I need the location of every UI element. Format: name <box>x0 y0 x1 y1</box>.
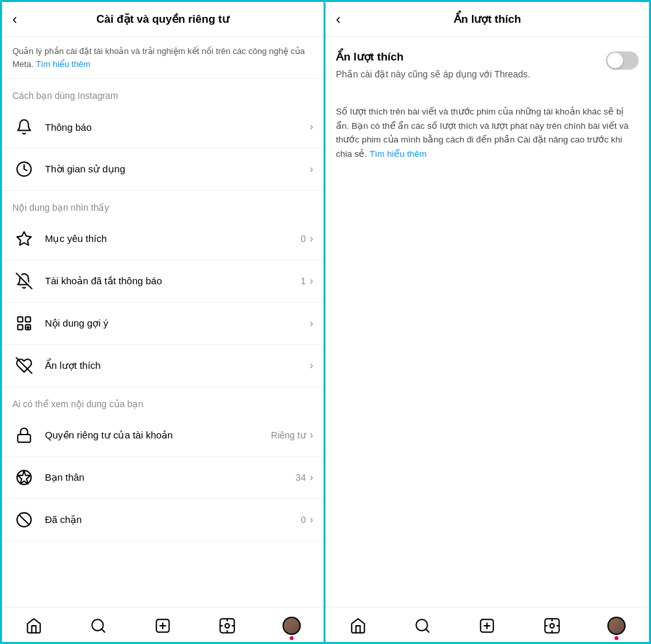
menu-text-suggested: Nội dung gợi ý <box>45 317 310 329</box>
block-icon <box>12 508 36 531</box>
svg-rect-4 <box>25 317 31 322</box>
menu-text-hide-likes: Ẩn lượt thích <box>45 360 310 371</box>
menu-sub-privacy: Riêng tư <box>271 430 305 440</box>
svg-line-16 <box>102 629 105 632</box>
chevron-favorites: › <box>310 233 313 245</box>
toggle-texts: Ẩn lượt thích Phần cài đặt này cũng sẽ á… <box>336 50 598 92</box>
left-bottom-nav <box>2 607 324 644</box>
svg-line-2 <box>16 273 32 289</box>
avatar-left <box>283 617 301 635</box>
heart-off-icon <box>12 354 36 377</box>
right-header: ‹ Ẩn lượt thích <box>326 2 649 37</box>
menu-item-favorites[interactable]: Mục yêu thích 0 › <box>2 218 324 260</box>
badge-close-friends: 34 <box>296 472 306 483</box>
menu-item-close-friends[interactable]: Bạn thân 34 › <box>2 457 324 499</box>
nav-profile-right[interactable] <box>602 613 631 639</box>
bell-off-icon <box>12 269 36 293</box>
menu-text-screen-time: Thời gian sử dụng <box>45 163 310 175</box>
svg-point-32 <box>550 623 555 628</box>
chevron-muted: › <box>310 275 313 287</box>
svg-rect-3 <box>18 317 23 322</box>
suggested-icon <box>12 312 36 335</box>
nav-home-right[interactable] <box>344 613 372 639</box>
chevron-suggested: › <box>310 317 313 329</box>
menu-item-screen-time[interactable]: Thời gian sử dụng › <box>2 148 324 191</box>
avatar-right <box>607 617 626 635</box>
svg-line-27 <box>426 629 429 632</box>
svg-line-14 <box>19 515 29 524</box>
close-friends-icon <box>12 466 36 489</box>
nav-profile-left[interactable] <box>277 613 306 639</box>
profile-dot-left <box>290 636 294 640</box>
menu-item-muted[interactable]: Tài khoản đã tắt thông báo 1 › <box>2 260 324 302</box>
top-description-link[interactable]: Tìm hiểu thêm <box>36 59 90 69</box>
nav-add-right[interactable] <box>473 613 501 639</box>
chevron-screen-time: › <box>310 163 313 175</box>
badge-blocked: 0 <box>301 515 306 525</box>
hide-likes-subtitle: Phần cài đặt này cũng sẽ áp dụng với Thr… <box>336 68 598 81</box>
clock-icon <box>12 157 36 181</box>
nav-reels-left[interactable] <box>213 613 242 639</box>
nav-home-left[interactable] <box>20 613 48 639</box>
menu-text-muted: Tài khoản đã tắt thông báo <box>45 275 301 287</box>
svg-point-21 <box>225 623 230 628</box>
nav-reels-right[interactable] <box>538 613 566 639</box>
hide-likes-toggle[interactable] <box>606 51 639 70</box>
lock-icon <box>12 423 36 447</box>
menu-item-notification[interactable]: Thông báo › <box>2 106 324 148</box>
menu-text-close-friends: Bạn thân <box>45 472 296 483</box>
nav-search-left[interactable] <box>84 613 113 639</box>
svg-marker-1 <box>17 232 31 245</box>
badge-muted: 1 <box>301 276 306 286</box>
right-back-button[interactable]: ‹ <box>336 11 340 28</box>
right-content: Ẩn lượt thích Phần cài đặt này cũng sẽ á… <box>326 37 649 607</box>
chevron-hide-likes: › <box>310 360 313 371</box>
svg-rect-5 <box>18 325 23 330</box>
menu-item-hide-likes[interactable]: Ẩn lượt thích › <box>2 345 324 387</box>
svg-rect-10 <box>18 435 31 442</box>
section-label-content: Nội dung bạn nhìn thấy <box>2 191 324 218</box>
left-content: Quản lý phần cài đặt tài khoản và trải n… <box>2 37 324 607</box>
section-label-usage: Cách bạn dùng Instagram <box>2 79 324 106</box>
menu-text-notification: Thông báo <box>45 122 310 133</box>
nav-search-right[interactable] <box>408 613 437 639</box>
hide-likes-title: Ẩn lượt thích <box>336 50 598 64</box>
menu-text-privacy: Quyền riêng tư của tài khoản <box>45 429 271 441</box>
top-description: Quản lý phần cài đặt tài khoản và trải n… <box>2 37 324 79</box>
badge-favorites: 0 <box>301 234 306 244</box>
section-label-who-can-see: Ai có thể xem nội dung của bạn <box>2 387 324 414</box>
menu-item-blocked[interactable]: Đã chặn 0 › <box>2 499 324 541</box>
chevron-notification: › <box>310 121 313 133</box>
right-bottom-nav <box>326 607 649 644</box>
menu-item-suggested[interactable]: Nội dung gợi ý › <box>2 302 324 345</box>
left-title: Cài đặt và quyền riêng tư <box>96 12 229 26</box>
right-description: Số lượt thích trên bài viết và thước phi… <box>336 105 639 161</box>
left-back-button[interactable]: ‹ <box>12 11 17 28</box>
right-title: Ẩn lượt thích <box>454 12 521 26</box>
profile-dot-right <box>615 636 618 640</box>
nav-add-left[interactable] <box>148 613 177 639</box>
menu-text-blocked: Đã chặn <box>45 514 301 526</box>
right-description-link[interactable]: Tìm hiểu thêm <box>370 149 427 159</box>
menu-text-favorites: Mục yêu thích <box>45 233 301 245</box>
star-icon <box>12 227 36 250</box>
chevron-close-friends: › <box>310 472 313 483</box>
chevron-blocked: › <box>310 514 313 526</box>
right-panel: ‹ Ẩn lượt thích Ẩn lượt thích Phần cài đ… <box>326 2 649 644</box>
menu-item-privacy[interactable]: Quyền riêng tư của tài khoản Riêng tư › <box>2 414 324 457</box>
bell-icon <box>12 115 36 139</box>
left-header: ‹ Cài đặt và quyền riêng tư <box>2 2 324 37</box>
chevron-privacy: › <box>310 429 313 441</box>
toggle-row: Ẩn lượt thích Phần cài đặt này cũng sẽ á… <box>336 50 639 92</box>
left-panel: ‹ Cài đặt và quyền riêng tư Quản lý phần… <box>2 2 326 644</box>
